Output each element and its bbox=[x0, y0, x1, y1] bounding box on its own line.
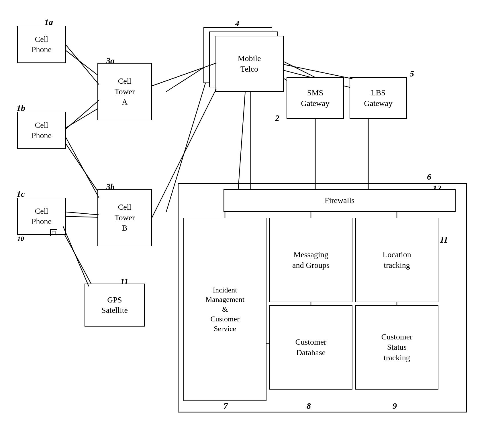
svg-line-16 bbox=[63, 226, 89, 286]
cell-phone-1b: CellPhone bbox=[17, 112, 66, 149]
label-3a: 3a bbox=[106, 56, 115, 66]
mobile-telco: MobileTelco bbox=[215, 36, 284, 92]
label-4: 4 bbox=[235, 19, 239, 28]
svg-line-9 bbox=[238, 74, 246, 195]
cell-phone-1c: CellPhone bbox=[17, 198, 66, 235]
svg-line-19 bbox=[284, 62, 315, 77]
label-1a: 1a bbox=[44, 17, 53, 27]
svg-line-5 bbox=[166, 66, 206, 92]
label-2: 2 bbox=[275, 113, 279, 123]
sms-gateway: SMSGateway bbox=[287, 77, 344, 119]
diagram: CellPhone 1a CellPhone 1b CellPhone 1c □… bbox=[0, 0, 492, 448]
label-10-phone: 10 bbox=[17, 235, 24, 243]
label-1b: 1b bbox=[17, 103, 25, 113]
location-tracking: Locationtracking bbox=[355, 218, 438, 302]
cell-tower-b: CellTowerB bbox=[97, 189, 152, 246]
customer-status-tracking: CustomerStatustracking bbox=[355, 305, 438, 390]
label-3b: 3b bbox=[106, 182, 115, 192]
svg-line-14 bbox=[66, 137, 99, 198]
cell-phone-1a: CellPhone bbox=[17, 26, 66, 63]
incident-management: IncidentManagement&CustomerService bbox=[183, 218, 266, 401]
messaging-groups: Messagingand Groups bbox=[269, 218, 352, 302]
gps-satellite: GPSSatellite bbox=[85, 284, 145, 327]
svg-line-13 bbox=[66, 100, 99, 129]
label-1c: 1c bbox=[17, 189, 25, 199]
cell-tower-a: CellTowerA bbox=[97, 63, 152, 120]
firewalls-box: Firewalls bbox=[224, 189, 456, 212]
svg-line-20 bbox=[284, 64, 352, 79]
lbs-gateway: LBSGateway bbox=[350, 77, 407, 119]
svg-line-15 bbox=[66, 212, 99, 215]
label-11-gps: 11 bbox=[120, 276, 128, 286]
gps-receiver-icon: □ bbox=[50, 229, 57, 236]
customer-database: CustomerDatabase bbox=[269, 305, 352, 390]
svg-line-12 bbox=[66, 45, 99, 85]
label-6: 6 bbox=[427, 172, 431, 182]
label-5: 5 bbox=[410, 69, 414, 78]
